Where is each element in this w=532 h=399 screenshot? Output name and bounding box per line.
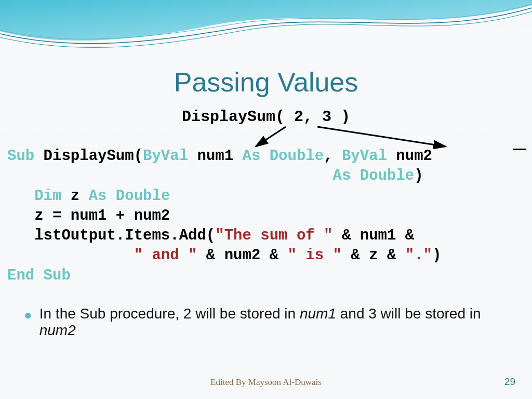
code-text: z = num1 + num2 xyxy=(7,207,170,224)
slide-title: Passing Values xyxy=(0,66,532,98)
code-text: & z & xyxy=(342,247,405,264)
code-text: num2 xyxy=(387,148,432,165)
code-text: z xyxy=(61,188,88,205)
bullet-text-part: In the Sub procedure, 2 will be stored i… xyxy=(39,305,300,322)
bullet-var-num1: num1 xyxy=(300,305,336,322)
page-number: 29 xyxy=(504,376,515,388)
code-text: , xyxy=(324,148,342,165)
bullet-area: ● In the Sub procedure, 2 will be stored… xyxy=(24,305,507,339)
code-text: num1 xyxy=(188,148,242,165)
str-literal: "." xyxy=(405,247,432,264)
footer-credit: Edited By Maysoon Al-Duwais xyxy=(0,377,532,388)
str-literal: " and " xyxy=(134,247,197,264)
bullet-dot-icon: ● xyxy=(24,308,32,323)
kw-byval: ByVal xyxy=(143,148,188,165)
code-call-line: DisplaySum( 2, 3 ) xyxy=(0,108,532,126)
code-text: ) xyxy=(432,247,441,264)
wave-decoration xyxy=(0,0,532,73)
kw-endsub: End Sub xyxy=(7,267,71,284)
str-literal: "The sum of " xyxy=(215,227,332,244)
code-text: & num1 & xyxy=(333,227,415,244)
bullet-var-num2: num2 xyxy=(39,322,76,338)
kw-asdouble: As Double xyxy=(243,148,324,165)
code-text: & num2 & xyxy=(197,247,287,264)
kw-asdouble: As Double xyxy=(89,188,170,205)
code-text: lstOutput.Items.Add( xyxy=(7,227,215,244)
code-block: Sub DisplaySum(ByVal num1 As Double, ByV… xyxy=(7,147,525,286)
code-text: DisplaySum( xyxy=(34,148,143,165)
str-literal: " is " xyxy=(288,247,342,264)
kw-byval: ByVal xyxy=(342,148,387,165)
svg-line-1 xyxy=(317,127,446,147)
bullet-item: ● In the Sub procedure, 2 will be stored… xyxy=(24,305,507,339)
bullet-text: In the Sub procedure, 2 will be stored i… xyxy=(39,305,507,339)
kw-sub: Sub xyxy=(7,148,34,165)
svg-line-0 xyxy=(256,127,286,147)
bullet-text-part: and 3 will be stored in xyxy=(336,305,481,322)
kw-dim: Dim xyxy=(34,188,61,205)
kw-asdouble: As Double xyxy=(333,167,415,184)
code-text: ) xyxy=(414,167,423,184)
